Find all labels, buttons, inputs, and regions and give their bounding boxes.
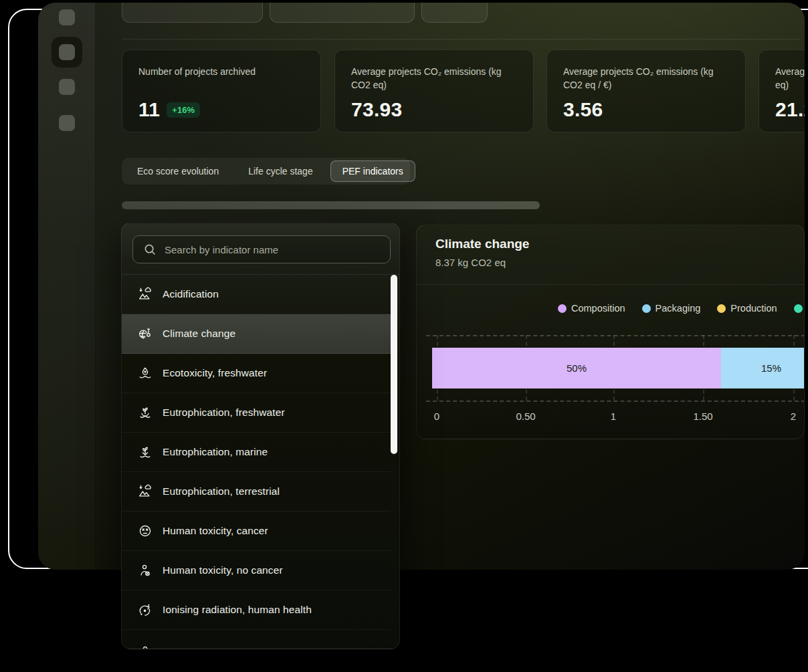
list-item-climate-change[interactable]: Climate change — [122, 314, 391, 354]
list-item-label: Human toxicity, no cancer — [163, 564, 283, 576]
stat-value: 21.2 — [775, 98, 805, 121]
stat-value: 73.93 — [351, 98, 403, 121]
x-tick: 0 — [434, 411, 439, 422]
sidebar-item-1-icon[interactable] — [59, 9, 75, 25]
list-item-eutrophication-terrestrial[interactable]: Eutrophication, terrestrial — [122, 472, 391, 512]
chart-panel: Climate change 8.37 kg CO2 eq Compositio… — [416, 225, 805, 439]
person-x-icon — [138, 563, 153, 578]
chart-legend: Composition Packaging Production — [558, 303, 805, 314]
bar-segment-label: 15% — [761, 362, 781, 374]
list-item-acidification[interactable]: Acidification — [122, 275, 391, 314]
search-icon — [142, 242, 157, 257]
stat-label: Average projects CO₂ emissions (kg CO2 e… — [563, 65, 729, 92]
sprout-waves-icon — [138, 445, 153, 459]
plot-bottom-gridline — [426, 401, 805, 402]
toxic-face-icon — [138, 524, 153, 538]
list-item-eutrophication-marine[interactable]: Eutrophication, marine — [122, 433, 391, 472]
list-item-ecotoxicity-freshwater[interactable]: Ecotoxicity, freshwater — [122, 354, 391, 393]
mountain-rain-icon — [138, 287, 153, 302]
list-item-label: Eutrophication, terrestrial — [163, 485, 280, 497]
stat-value: 3.56 — [563, 98, 603, 121]
list-item-label: Human toxicity, cancer — [163, 525, 268, 537]
sidebar-item-4-icon[interactable] — [59, 115, 75, 131]
list-item-eutrophication-freshwater[interactable]: Eutrophication, freshwater — [122, 393, 391, 433]
radiation-icon — [138, 602, 153, 617]
indicator-list: Acidification Climate change — [122, 275, 399, 649]
list-item-human-toxicity-no-cancer[interactable]: Human toxicity, no cancer — [122, 551, 391, 590]
chart-title: Climate change — [435, 237, 529, 251]
list-item-label: Ionising radiation, human health — [163, 604, 312, 616]
x-tick: 2 — [791, 411, 796, 422]
bar-segment-label: 50% — [567, 362, 587, 374]
legend-dot-clipped — [794, 304, 803, 313]
globe-thermometer-icon — [138, 326, 153, 341]
stat-card-clipped: Averag eq) 21.2 — [759, 49, 805, 132]
list-item-label: Eutrophication, freshwater — [163, 407, 285, 419]
trend-badge: +16% — [167, 102, 200, 118]
stat-value: 11 — [138, 98, 160, 121]
sidebar — [38, 3, 96, 570]
legend-dot-production — [717, 304, 726, 313]
stat-label: Number of projects archived — [138, 65, 304, 78]
list-item-label: Eutrophication, marine — [163, 446, 268, 458]
bar-segment-composition[interactable]: 50% — [432, 348, 721, 388]
tab-pef-indicators[interactable]: PEF indicators — [330, 160, 415, 182]
legend-item-composition: Composition — [558, 303, 625, 314]
legend-dot-packaging — [642, 304, 651, 313]
list-item-ionising-radiation[interactable]: Ionising radiation, human health — [122, 590, 391, 630]
screenshot-stage: Number of projects archived 11 +16% Aver… — [0, 0, 808, 672]
legend-item-production: Production — [717, 303, 777, 314]
cropped-top-button-2[interactable] — [270, 3, 415, 23]
legend-item-packaging: Packaging — [642, 303, 701, 314]
x-axis: 0 0.50 1 1.50 2 — [417, 411, 804, 424]
cropped-top-button-3[interactable] — [421, 3, 488, 23]
legend-dot-composition — [558, 304, 567, 313]
mountain-rain-icon — [138, 484, 153, 499]
stat-card-projects-archived: Number of projects archived 11 +16% — [122, 49, 321, 132]
list-item-label: Climate change — [163, 328, 235, 340]
list-item-label: Ecotoxicity, freshwater — [163, 367, 267, 379]
list-item-label: Acidification — [163, 288, 219, 300]
horizontal-scrollbar[interactable] — [122, 201, 540, 209]
cropped-top-button-1[interactable] — [122, 3, 263, 23]
search-placeholder: Search by indicator name — [165, 244, 278, 255]
x-tick: 1.50 — [693, 411, 712, 422]
sidebar-item-2-icon — [59, 44, 75, 60]
list-item-human-toxicity-cancer[interactable]: Human toxicity, cancer — [122, 512, 391, 551]
chart-tabs: Eco score evolution Life cycle stage PEF… — [122, 158, 410, 185]
list-scrollbar-thumb[interactable] — [391, 275, 397, 454]
x-tick: 0.50 — [516, 411, 535, 422]
indicator-search-input[interactable]: Search by indicator name — [132, 235, 391, 263]
tab-life-cycle-stage[interactable]: Life cycle stage — [236, 160, 325, 182]
header-divider — [122, 39, 800, 39]
sprout-water-icon — [138, 405, 153, 420]
person-partial-icon — [138, 645, 153, 649]
tab-eco-score-evolution[interactable]: Eco score evolution — [125, 160, 231, 182]
plot-top-gridline — [426, 335, 805, 336]
chart-subtitle: 8.37 kg CO2 eq — [435, 257, 506, 268]
stacked-bar: 50% 15% — [432, 348, 805, 388]
chart-divider — [417, 284, 804, 285]
list-item-partial[interactable] — [122, 630, 391, 649]
stat-label: Average projects CO₂ emissions (kg CO2 e… — [351, 65, 517, 92]
sidebar-item-3-icon[interactable] — [59, 79, 75, 95]
water-sparkle-icon — [138, 366, 153, 380]
stat-card-avg-co2-per-euro: Average projects CO₂ emissions (kg CO2 e… — [546, 49, 746, 132]
legend-item-clipped — [794, 304, 805, 313]
stat-card-avg-co2: Average projects CO₂ emissions (kg CO2 e… — [334, 49, 534, 132]
stat-label: Averag eq) — [775, 65, 805, 92]
bar-segment-packaging[interactable]: 15% — [721, 348, 805, 388]
sidebar-item-2-active[interactable] — [52, 37, 82, 68]
indicator-list-panel: Search by indicator name Acidification — [121, 223, 400, 649]
x-tick: 1 — [611, 411, 616, 422]
